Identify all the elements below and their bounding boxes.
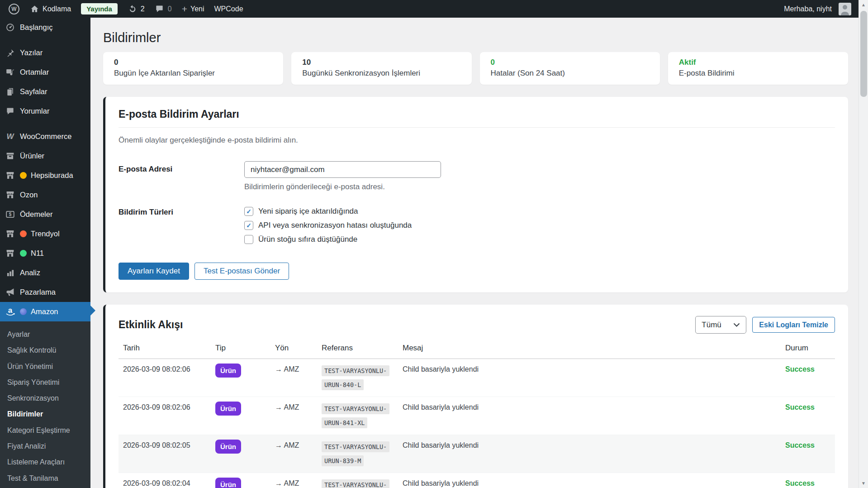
email-help-text: Bildirimlerin gönderileceği e-posta adre… <box>244 182 441 191</box>
media-icon <box>5 67 15 77</box>
log-reference: TEST-VARYASYONLU- <box>322 365 389 376</box>
sidebar-item-analytics[interactable]: Analiz <box>0 263 90 282</box>
log-reference: URUN-839-M <box>322 455 364 466</box>
chevron-down-icon <box>733 323 740 327</box>
amazon-icon: a <box>5 306 15 317</box>
sidebar-item-media[interactable]: Ortamlar <box>0 62 90 82</box>
checkbox-new-order[interactable]: ✓ Yeni sipariş içe aktarıldığında <box>244 207 412 216</box>
table-row: 2026-03-09 08:02:05 Ürün → AMZ TEST-VARY… <box>119 435 835 473</box>
sidebar-item-label: Trendyol <box>31 230 60 238</box>
sidebar-item-posts[interactable]: Yazılar <box>0 43 90 62</box>
wordpress-logo-icon: W <box>9 4 19 14</box>
save-settings-button[interactable]: Ayarları Kaydet <box>119 263 189 280</box>
log-status: Success <box>785 403 830 411</box>
submenu-item-siparis-yonetimi[interactable]: Sipariş Yönetimi <box>0 374 90 390</box>
wpcode-menu[interactable]: WPCode <box>209 0 248 18</box>
account-menu[interactable]: Merhaba, niyht <box>779 0 856 18</box>
updates-link[interactable]: 2 <box>123 0 150 18</box>
sidebar-item-n11[interactable]: N11 <box>0 244 90 263</box>
sidebar-item-trendyol[interactable]: Trendyol <box>0 224 90 244</box>
sidebar-item-payments[interactable]: $ Ödemeler <box>0 205 90 224</box>
checkbox-label[interactable]: Yeni sipariş içe aktarıldığında <box>258 207 358 216</box>
storefront-icon <box>5 248 15 258</box>
sidebar-item-amazon[interactable]: a Amazon <box>0 302 90 321</box>
sidebar-item-label: Sayfalar <box>20 87 47 96</box>
sidebar-item-hepsiburada[interactable]: Hepsiburada <box>0 166 90 185</box>
checkbox-label[interactable]: Ürün stoğu sıfıra düştüğünde <box>258 235 357 244</box>
wordpress-menu[interactable]: W <box>4 0 24 18</box>
log-status: Success <box>785 441 830 450</box>
stat-card-sync-operations: 10 Bugünkü Senkronizasyon İşlemleri <box>291 52 471 85</box>
log-date: 2026-03-09 08:02:05 <box>123 441 215 450</box>
submenu-item-fiyat-analizi[interactable]: Fiyat Analizi <box>0 438 90 454</box>
site-name: Kodlama <box>43 5 71 13</box>
scroll-down-button[interactable]: ▼ <box>859 478 868 488</box>
archive-box-icon <box>5 151 15 161</box>
n11-dot-icon <box>20 250 27 257</box>
submenu-item-test-tanilama[interactable]: Test & Tanilama <box>0 470 90 486</box>
scroll-up-button[interactable]: ▲ <box>859 0 868 10</box>
checkbox-unchecked-icon[interactable] <box>244 235 253 244</box>
page-scrollbar[interactable]: ▲ ▼ <box>859 0 868 488</box>
email-address-input[interactable] <box>244 161 441 178</box>
site-link[interactable]: Kodlama <box>24 0 76 18</box>
new-content-menu[interactable]: + Yeni <box>177 0 209 18</box>
megaphone-icon <box>5 287 15 297</box>
log-filter-select[interactable]: Tümü <box>695 316 746 334</box>
divider <box>119 127 835 128</box>
scrollbar-thumb[interactable] <box>860 11 867 97</box>
stat-label: Bugün İçe Aktarılan Siparişler <box>114 69 272 78</box>
sidebar-item-dashboard[interactable]: Başlangıç <box>0 18 90 37</box>
stat-card-errors: 0 Hatalar (Son 24 Saat) <box>480 52 660 85</box>
submenu-item-bildirimler[interactable]: Bildirimler <box>0 406 90 422</box>
submenu-item-urun-yonetimi[interactable]: Ürün Yönetimi <box>0 359 90 374</box>
stat-card-imported-orders: 0 Bugün İçe Aktarılan Siparişler <box>103 52 283 85</box>
send-test-email-button[interactable]: Test E-postası Gönder <box>194 263 289 280</box>
sidebar-item-label: WooCommerce <box>20 132 71 141</box>
sidebar-item-label: Hepsiburada <box>31 171 73 180</box>
clear-old-logs-button[interactable]: Eski Logları Temizle <box>752 317 835 333</box>
log-status: Success <box>785 479 830 488</box>
sidebar-item-products[interactable]: Ürünler <box>0 146 90 166</box>
type-badge: Ürün <box>215 478 241 488</box>
log-reference: TEST-VARYASYONLU- <box>322 479 389 488</box>
amazon-dot-icon <box>20 308 27 315</box>
checkbox-label[interactable]: API veya senkronizasyon hatası oluştuğun… <box>258 221 412 230</box>
log-direction: → AMZ <box>275 403 322 411</box>
type-badge: Ürün <box>215 364 241 378</box>
stat-value: 0 <box>491 58 649 67</box>
sidebar-item-label: Amazon <box>31 307 58 316</box>
sidebar-item-woocommerce[interactable]: W WooCommerce <box>0 127 90 146</box>
sidebar-item-comments[interactable]: Yorumlar <box>0 101 90 121</box>
sidebar-item-label: N11 <box>31 249 44 258</box>
sidebar-item-pages[interactable]: Sayfalar <box>0 82 90 101</box>
comments-link[interactable]: 0 <box>150 0 177 18</box>
log-status: Success <box>785 365 830 373</box>
storefront-icon <box>5 170 15 181</box>
submenu-item-saglik-kontrolu[interactable]: Sağlık Kontrolü <box>0 342 90 358</box>
column-header-referans: Referans <box>322 344 403 353</box>
checkbox-checked-icon[interactable]: ✓ <box>244 221 253 230</box>
sidebar-item-label: Yazılar <box>20 48 43 57</box>
submenu-item-ayarlar[interactable]: Ayarlar <box>0 326 90 342</box>
submenu-item-listeleme-araclari[interactable]: Listeleme Araçları <box>0 454 90 470</box>
submenu-item-senkronizasyon[interactable]: Senkronizasyon <box>0 390 90 406</box>
svg-text:$: $ <box>9 212 12 217</box>
log-message: Child basariyla yuklendi <box>403 479 785 488</box>
column-header-mesaj: Mesaj <box>403 344 785 353</box>
avatar <box>839 3 851 15</box>
checkbox-api-error[interactable]: ✓ API veya senkronizasyon hatası oluştuğ… <box>244 221 412 230</box>
publish-status: Yayında <box>76 0 123 18</box>
sidebar-item-marketing[interactable]: Pazarlama <box>0 282 90 302</box>
column-header-durum: Durum <box>785 344 830 353</box>
table-row: 2026-03-09 08:02:06 Ürün → AMZ TEST-VARY… <box>119 359 835 397</box>
email-address-label: E-posta Adresi <box>119 161 244 191</box>
sidebar-item-label: Pazarlama <box>20 288 56 297</box>
activity-feed-title: Etkinlik Akışı <box>119 319 695 331</box>
checkbox-stock-zero[interactable]: Ürün stoğu sıfıra düştüğünde <box>244 235 412 244</box>
new-label: Yeni <box>190 5 204 13</box>
sidebar-item-label: Analiz <box>20 268 40 277</box>
sidebar-item-ozon[interactable]: Ozon <box>0 185 90 205</box>
submenu-item-kategori-eslestirme[interactable]: Kategori Eşleştirme <box>0 422 90 438</box>
checkbox-checked-icon[interactable]: ✓ <box>244 207 253 216</box>
